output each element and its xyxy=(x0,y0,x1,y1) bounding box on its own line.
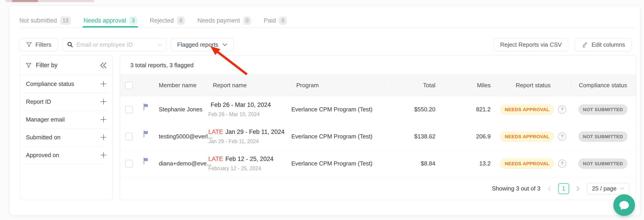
plus-icon[interactable] xyxy=(100,152,107,158)
row-select-cell xyxy=(120,133,138,140)
late-label: LATE xyxy=(208,128,223,135)
tabs-divider xyxy=(20,27,635,28)
report-status-cell: NEEDS APPROVAL ? xyxy=(496,104,570,115)
filter-item-compliance-status[interactable]: Compliance status xyxy=(24,75,108,93)
filter-item-submitted-on[interactable]: Submitted on xyxy=(24,128,108,146)
help-icon[interactable]: ? xyxy=(558,132,566,141)
reports-summary-text: 3 total reports, 3 flagged xyxy=(130,62,194,69)
tab-needs-payment[interactable]: Needs payment 0 xyxy=(197,14,251,27)
report-subtitle: Feb 26 - Mar 10, 2024 xyxy=(208,111,291,118)
tab-paid[interactable]: Paid 0 xyxy=(264,14,287,27)
chat-bubble-icon xyxy=(618,198,631,212)
tab-count-badge: 0 xyxy=(243,16,251,25)
main-card: Not submitted 13 Needs approval 3 Reject… xyxy=(9,6,640,216)
tab-label: Needs approval xyxy=(84,17,126,24)
column-header-program[interactable]: Program xyxy=(291,75,386,96)
flagged-reports-label: Flagged reports xyxy=(177,41,218,48)
showing-count-text: Showing 3 out of 3 xyxy=(492,185,540,192)
row-select-cell xyxy=(120,106,138,114)
reject-reports-csv-label: Reject Reports via CSV xyxy=(500,41,562,48)
total-value: $550.20 xyxy=(386,106,441,113)
program-name: Everlance CPM Program (Test) xyxy=(291,106,386,113)
row-checkbox[interactable] xyxy=(125,133,133,140)
compliance-status-badge: NOT SUBMITTED xyxy=(578,132,628,142)
column-header-compliance-status[interactable]: Compliance status xyxy=(570,75,636,96)
table-row[interactable]: testing5000@everl... LATEJan 29 - Feb 11… xyxy=(120,123,636,150)
plus-icon[interactable] xyxy=(100,134,107,141)
column-header-report-name[interactable]: Report name xyxy=(208,75,291,96)
search-input[interactable] xyxy=(77,41,155,48)
funnel-icon xyxy=(26,62,32,68)
plus-icon[interactable] xyxy=(100,80,107,87)
report-subtitle: February 12 - 25, 2024 xyxy=(208,166,291,172)
total-value: $8.84 xyxy=(386,160,441,167)
page-size-select[interactable]: 25 / page xyxy=(587,183,629,194)
filters-button[interactable]: Filters xyxy=(20,38,58,51)
chevron-down-icon xyxy=(158,44,162,46)
toolbar: Filters Flagged reports Reject Reports v… xyxy=(20,38,632,51)
toolbar-right: Reject Reports via CSV Edit columns xyxy=(494,38,632,51)
row-checkbox[interactable] xyxy=(125,160,133,168)
compliance-status-cell: NOT SUBMITTED xyxy=(570,132,636,142)
filter-panel-header: Filter by xyxy=(20,56,113,75)
funnel-icon xyxy=(26,42,32,48)
filter-item-manager-email[interactable]: Manager email xyxy=(24,111,108,128)
filters-label: Filters xyxy=(36,41,52,48)
redacted-smudge xyxy=(6,0,94,2)
table-header-row: Member name Report name Program Total Mi… xyxy=(120,75,636,96)
table-row[interactable]: Stephanie Jones Feb 26 - Mar 10, 2024 Fe… xyxy=(120,96,636,123)
report-title: Feb 12 - 25, 2024 xyxy=(226,156,274,162)
current-page-button[interactable]: 1 xyxy=(558,183,569,194)
report-status-cell: NEEDS APPROVAL ? xyxy=(496,132,570,142)
report-name-cell: LATEFeb 12 - 25, 2024 February 12 - 25, … xyxy=(208,156,291,172)
report-name-cell: LATEJan 29 - Feb 11, 2024 Jan 29 - Feb 1… xyxy=(208,128,291,144)
status-tab-bar: Not submitted 13 Needs approval 3 Reject… xyxy=(20,14,287,27)
report-name-cell: Feb 26 - Mar 10, 2024 Feb 26 - Mar 10, 2… xyxy=(208,102,291,118)
filter-item-approved-on[interactable]: Approved on xyxy=(24,146,108,164)
chevron-down-icon xyxy=(620,187,624,190)
tab-needs-approval[interactable]: Needs approval 3 xyxy=(84,14,137,27)
redacted-smudge-core xyxy=(12,0,38,2)
tab-label: Rejected xyxy=(150,17,174,24)
flagged-reports-dropdown[interactable]: Flagged reports xyxy=(171,38,234,51)
chevron-down-icon xyxy=(222,43,227,46)
tab-not-submitted[interactable]: Not submitted 13 xyxy=(20,14,71,27)
plus-icon[interactable] xyxy=(100,98,107,105)
reject-reports-csv-button[interactable]: Reject Reports via CSV xyxy=(494,38,568,51)
compliance-status-badge: NOT SUBMITTED xyxy=(578,158,628,169)
column-header-miles[interactable]: Miles xyxy=(441,75,496,96)
select-all-cell xyxy=(120,75,138,96)
filter-panel: Filter by Compliance status Report ID Ma… xyxy=(20,56,113,200)
tab-count-badge: 13 xyxy=(60,16,71,25)
total-value: $138.62 xyxy=(386,133,441,140)
member-name: Stephanie Jones xyxy=(154,106,208,113)
prev-page-icon[interactable] xyxy=(546,186,552,191)
filter-panel-title: Filter by xyxy=(36,62,58,69)
member-name: diana+demo@eve... xyxy=(154,160,208,167)
chat-launcher-button[interactable] xyxy=(613,194,635,216)
help-icon[interactable]: ? xyxy=(558,160,566,168)
next-page-icon[interactable] xyxy=(575,186,581,191)
collapse-panel-icon[interactable] xyxy=(100,62,107,68)
help-icon[interactable]: ? xyxy=(558,106,566,114)
column-header-report-status[interactable]: Report status xyxy=(496,75,570,96)
table-row[interactable]: diana+demo@eve... LATEFeb 12 - 25, 2024 … xyxy=(120,150,636,177)
member-name: testing5000@everl... xyxy=(154,133,208,140)
tab-count-badge: 0 xyxy=(177,16,185,25)
filter-item-label: Approved on xyxy=(26,152,59,159)
row-checkbox[interactable] xyxy=(125,106,133,114)
column-header-total[interactable]: Total xyxy=(386,75,441,96)
tab-rejected[interactable]: Rejected 0 xyxy=(150,14,185,27)
filter-item-label: Report ID xyxy=(26,98,51,105)
flag-icon xyxy=(138,130,154,138)
miles-value: 13.2 xyxy=(441,160,496,167)
plus-icon[interactable] xyxy=(100,116,107,123)
tab-count-badge: 0 xyxy=(279,16,287,25)
edit-columns-button[interactable]: Edit columns xyxy=(575,38,632,51)
program-name: Everlance CPM Program (Test) xyxy=(291,133,386,140)
report-subtitle: Jan 29 - Feb 11, 2024 xyxy=(208,138,291,144)
column-header-member-name[interactable]: Member name xyxy=(154,75,208,96)
filter-item-label: Manager email xyxy=(26,116,65,123)
select-all-checkbox[interactable] xyxy=(125,82,133,89)
filter-item-report-id[interactable]: Report ID xyxy=(24,93,108,111)
